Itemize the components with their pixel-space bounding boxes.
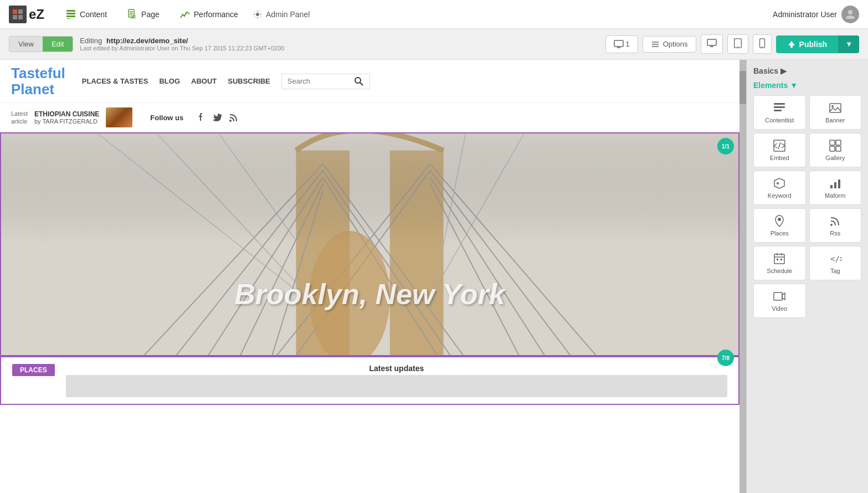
gallery-icon (829, 139, 842, 152)
element-keyword[interactable]: Keyword (753, 171, 806, 205)
svg-rect-7 (66, 18, 71, 19)
scrollbar-thumb[interactable] (739, 71, 746, 104)
basics-arrow-icon: ▶ (780, 66, 787, 75)
svg-point-28 (355, 78, 361, 83)
svg-point-70 (777, 182, 779, 184)
video-label: Video (772, 305, 787, 312)
nav-content[interactable]: Content (58, 6, 115, 23)
publish-icon (787, 40, 796, 49)
logo-icon (9, 6, 27, 23)
nav-performance[interactable]: Performance (172, 6, 246, 23)
element-embed[interactable]: Embed (753, 133, 806, 167)
publish-button[interactable]: Publish (776, 35, 839, 53)
edit-button[interactable]: Edit (43, 37, 73, 52)
publish-dropdown-button[interactable]: ▼ (838, 35, 859, 53)
element-places[interactable]: Places (753, 208, 806, 243)
nav-blog[interactable]: BLOG (159, 77, 180, 85)
svg-line-65 (778, 142, 780, 149)
gallery-label: Gallery (825, 155, 845, 161)
tag-label: Tag (830, 268, 840, 274)
facebook-icon[interactable] (196, 112, 206, 122)
svg-rect-83 (774, 292, 782, 300)
follow-us-label: Follow us (150, 114, 183, 122)
svg-rect-73 (838, 179, 840, 188)
schedule-icon (773, 252, 786, 265)
rss-icon[interactable] (229, 112, 239, 122)
element-video[interactable]: Video (753, 284, 806, 318)
tablet-button[interactable] (727, 34, 748, 54)
search-icon (354, 76, 364, 86)
performance-label: Performance (194, 10, 238, 19)
website-frame: Tasteful Planet PLACES & TASTES BLOG ABO… (0, 60, 739, 493)
svg-point-13 (848, 10, 852, 14)
embed-label: Embed (770, 155, 789, 161)
desktop-button[interactable] (701, 34, 723, 54)
contentlist-label: Contentlist (765, 117, 794, 124)
search-input[interactable] (287, 77, 354, 85)
options-button[interactable]: Options (643, 36, 696, 53)
edit-bar-right: 1 Options (605, 34, 859, 54)
admin-panel[interactable]: Admin Panel (253, 9, 310, 19)
svg-point-74 (778, 218, 781, 221)
right-panel: Basics ▶ Elements ▼ Contentlist (746, 60, 868, 493)
element-contentlist[interactable]: Contentlist (753, 95, 806, 130)
svg-rect-66 (830, 140, 835, 145)
svg-rect-55 (774, 103, 785, 105)
svg-rect-58 (830, 104, 841, 112)
preview-scrollbar[interactable] (739, 60, 746, 493)
element-maform[interactable]: Maform (809, 171, 862, 205)
element-banner[interactable]: Banner (809, 95, 862, 130)
tag-icon: </> (829, 252, 842, 265)
svg-rect-4 (66, 10, 75, 12)
app-logo[interactable]: eZ (9, 6, 44, 23)
element-tag[interactable]: </> Tag (809, 246, 862, 280)
article-title: ETHIOPIAN CUISINE (34, 110, 99, 118)
svg-rect-14 (614, 40, 623, 47)
mobile-icon (759, 38, 766, 48)
svg-point-26 (762, 46, 763, 47)
site-search[interactable] (281, 74, 370, 89)
svg-rect-57 (774, 110, 782, 111)
twitter-icon[interactable] (212, 112, 222, 122)
content-label: Content (80, 10, 107, 19)
keyword-label: Keyword (768, 192, 792, 199)
svg-text:</>: </> (830, 254, 842, 263)
view-button[interactable]: View (9, 37, 43, 52)
nav-page[interactable]: Page (119, 6, 167, 23)
element-rss[interactable]: Rss (809, 208, 862, 243)
svg-rect-71 (830, 185, 833, 188)
edit-url: http://ez.dev/demo_site/ (106, 37, 188, 45)
places-button[interactable]: PLACES (12, 364, 55, 376)
element-schedule[interactable]: Schedule (753, 246, 806, 280)
rss-label: Rss (830, 230, 840, 237)
svg-rect-20 (707, 39, 716, 45)
basics-section-toggle[interactable]: Basics ▶ (753, 66, 861, 75)
nav-about[interactable]: ABOUT (191, 77, 217, 85)
svg-rect-2 (13, 15, 17, 19)
element-gallery[interactable]: Gallery (809, 133, 862, 167)
device-count-button[interactable]: 1 (605, 35, 638, 53)
page-label: Page (141, 10, 160, 19)
content-icon (65, 9, 76, 20)
nav-places-tastes[interactable]: PLACES & TASTES (82, 77, 148, 85)
site-name-line2: Planet (11, 81, 65, 97)
svg-point-12 (256, 13, 259, 16)
edit-timestamp: Last edited by Administrator User on Thu… (80, 45, 284, 52)
options-label: Options (663, 40, 688, 48)
desktop-icon (707, 38, 717, 48)
svg-rect-6 (66, 16, 75, 17)
mobile-button[interactable] (753, 34, 772, 54)
svg-rect-76 (774, 254, 784, 264)
nav-subscribe[interactable]: SUBSCRIBE (228, 77, 270, 85)
banner-label: Banner (825, 117, 845, 124)
video-icon (773, 290, 786, 303)
svg-line-64 (782, 146, 785, 148)
basics-label: Basics (753, 66, 778, 75)
svg-rect-5 (66, 13, 75, 14)
elements-section-toggle[interactable]: Elements ▼ (753, 81, 861, 90)
article-author: by TARA FITZGERALD (34, 118, 99, 125)
svg-point-59 (831, 105, 834, 107)
svg-rect-56 (774, 106, 785, 108)
svg-rect-67 (836, 140, 841, 145)
latest-updates-title: Latest updates (66, 364, 727, 373)
